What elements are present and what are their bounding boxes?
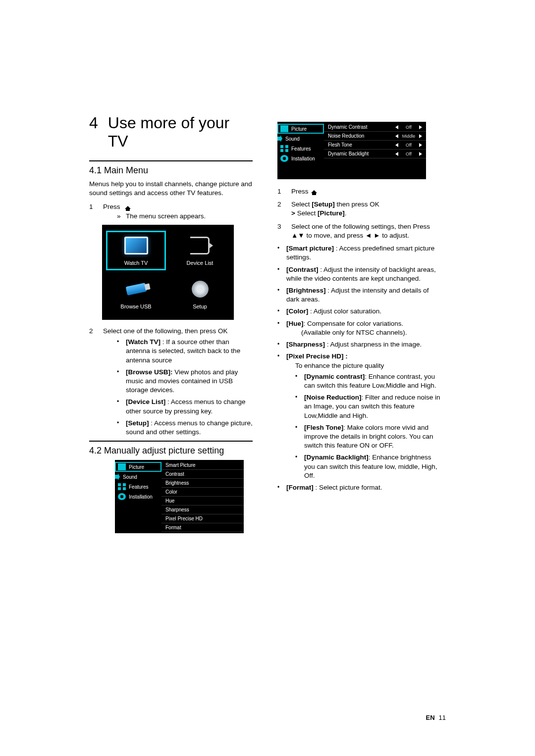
opt-browse-usb: [Browse USB]: View photos and play music…	[117, 368, 253, 395]
opt-format: [Format] : Select picture format.	[277, 483, 441, 492]
opt-flesh-tone: [Flesh Tone]: Make colors more vivid and…	[295, 423, 441, 451]
list-item: Hue	[161, 497, 244, 505]
sound-icon	[280, 135, 282, 142]
step-2: 2 Select one of the following, then pres…	[89, 327, 253, 437]
features-icon	[280, 145, 288, 152]
right-column: Picture Sound Features Installation Dyna…	[277, 114, 441, 540]
opt-sharpness: [Sharpness] : Adjust sharpness in the im…	[277, 340, 441, 349]
sound-icon	[118, 473, 120, 480]
opt-smart-picture: [Smart picture] : Access predefined smar…	[277, 244, 441, 262]
step-1: 1 Press The menu screen appears.	[89, 202, 253, 220]
chapter-number: 4	[89, 114, 98, 132]
page-footer: EN11	[426, 714, 446, 721]
tile-browse-usb: Browse USB	[106, 274, 166, 314]
list-item: Brightness	[161, 479, 244, 488]
list-item: Noise ReductionMiddle	[324, 132, 426, 141]
opt-contrast: [Contrast] : Adjust the intensity of bac…	[277, 265, 441, 283]
side-installation: Installation	[277, 153, 324, 163]
side-features: Features	[115, 482, 161, 492]
tile-device-list: Device List	[170, 231, 230, 270]
usb-icon	[125, 283, 147, 296]
list-item: Pixel Precise HD	[161, 514, 244, 523]
chapter-heading: 4 Use more of your TV	[89, 114, 253, 151]
opt-dynamic-backlight: [Dynamic Backlight]: Enhance brightness …	[295, 453, 441, 480]
opt-setup: [Setup] : Access menus to change picture…	[117, 419, 253, 437]
tile-watch-tv: Watch TV	[106, 231, 166, 270]
right-arrow-icon	[419, 134, 422, 138]
section-41-heading: 4.1 Main Menu	[89, 165, 253, 176]
side-sound: Sound	[277, 134, 324, 144]
list-item: Format	[161, 523, 244, 532]
features-icon	[118, 483, 126, 490]
right-arrow-icon	[419, 125, 422, 129]
divider	[89, 441, 253, 442]
gear-icon	[192, 281, 209, 298]
tile-setup: Setup	[170, 274, 230, 314]
list-item: Smart Picture	[161, 461, 244, 470]
opt-hue: [Hue]: Compensate for color variations.(…	[277, 319, 441, 337]
left-column: 4 Use more of your TV 4.1 Main Menu Menu…	[89, 114, 253, 540]
main-menu-screenshot: Watch TV Device List Browse USB Setup	[102, 225, 234, 320]
opt-brightness: [Brightness] : Adjust the intensity and …	[277, 286, 441, 304]
opt-dynamic-contrast: [Dynamic contrast]: Enhance contrast, yo…	[295, 372, 441, 390]
opt-pixel-precise: [Pixel Precise HD] : To enhance the pict…	[277, 352, 441, 480]
installation-icon	[280, 155, 288, 162]
list-item: Dynamic ContrastOff	[324, 123, 426, 132]
section-41-intro: Menus help you to install channels, chan…	[89, 180, 253, 198]
home-icon	[125, 206, 131, 209]
r-step-3: 3Select one of the following settings, t…	[277, 222, 441, 240]
picture-menu-screenshot: Picture Sound Features Installation Smar…	[115, 460, 244, 533]
left-arrow-icon	[395, 134, 398, 138]
home-icon	[311, 190, 317, 193]
side-features: Features	[277, 144, 324, 153]
pixel-precise-screenshot: Picture Sound Features Installation Dyna…	[277, 122, 426, 179]
opt-device-list: [Device List] : Access menus to change o…	[117, 398, 253, 415]
opt-noise-reduction: [Noise Reduction]: Filter and reduce noi…	[295, 393, 441, 420]
list-item	[324, 168, 426, 178]
list-item	[324, 158, 426, 168]
side-picture: Picture	[277, 124, 324, 134]
list-item: Sharpness	[161, 505, 244, 514]
tv-icon	[124, 237, 148, 254]
divider	[89, 160, 253, 161]
side-sound: Sound	[115, 472, 161, 482]
picture-icon	[118, 463, 126, 470]
step-1-result: The menu screen appears.	[103, 212, 253, 221]
opt-color: [Color] : Adjust color saturation.	[277, 307, 441, 316]
device-icon	[190, 237, 210, 254]
list-item: Flesh ToneOff	[324, 141, 426, 150]
left-arrow-icon	[395, 143, 398, 147]
chapter-title: Use more of your TV	[108, 114, 253, 151]
opt-watch-tv: [Watch TV] : If a source other than ante…	[117, 338, 253, 365]
r-step-1: 1Press	[277, 187, 441, 196]
left-arrow-icon	[395, 152, 398, 156]
side-installation: Installation	[115, 492, 161, 502]
right-arrow-icon	[419, 143, 422, 147]
list-item: Color	[161, 488, 244, 497]
section-42-heading: 4.2 Manually adjust picture setting	[89, 446, 253, 456]
installation-icon	[118, 493, 126, 500]
r-step-2: 2Select [Setup] then press OK> Select [P…	[277, 200, 441, 218]
side-picture: Picture	[115, 462, 161, 472]
list-item: Dynamic BacklightOff	[324, 150, 426, 158]
list-item: Contrast	[161, 470, 244, 479]
right-arrow-icon	[419, 152, 422, 156]
picture-icon	[280, 125, 288, 132]
left-arrow-icon	[395, 125, 398, 129]
